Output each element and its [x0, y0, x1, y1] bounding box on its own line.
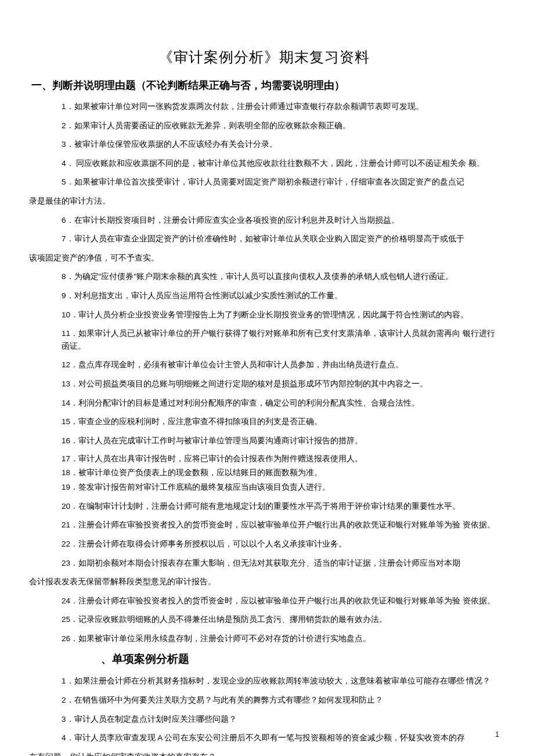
- q1-26: 26．如果被审计单位采用永续盘存制，注册会计师可不必对存货的计价进行实地盘点。: [62, 632, 499, 645]
- q1-16: 16．审计人员在完成审计工作时与被审计单位管理当局要沟通商讨审计报告的措辞。: [62, 435, 499, 447]
- q1-8: 8．为确定"应付债券"账户期末余额的真实性，审计人员可以直接向债权人及债券的承销…: [62, 270, 499, 283]
- section-1-heading: 一、判断并说明理由题（不论判断结果正确与否，均需要说明理由）: [31, 78, 499, 92]
- document-title: 《审计案例分析》期末复习资料: [29, 48, 499, 67]
- q1-6: 6．在审计长期投资项目时，注册会计师应查实企业各项投资的应计利息并及时计入当期损…: [62, 214, 499, 227]
- q1-19: 19．签发审计报告前对审计工作底稿的最终复核应当由该项目负责人进行。: [62, 481, 499, 494]
- q2-3: 3．审计人员在制定盘点计划时应关注哪些问题？: [62, 713, 499, 726]
- q1-13: 13．对公司损益类项目的总账与明细账之间进行定期的核对是损益形成环节内部控制的其…: [62, 378, 499, 390]
- q1-7b: 该项固定资产的净值，可不予查实。: [29, 252, 499, 265]
- q1-15: 15．审查企业的应税利润时，应注意审查不得扣除项目的列支是否正确。: [62, 415, 499, 428]
- q2-2: 2．在销售循环中为何要关注关联方交易？与此有关的舞弊方式有哪些？如何发现和防止？: [62, 694, 499, 707]
- q1-12: 12．盘点库存现金时，必须有被审计单位会计主管人员和审计人员参加，并由出纳员进行…: [62, 359, 499, 371]
- q1-17: 17．审计人员在出具审计报告时，应将已审计的会计报表作为附件赠送报表使用人。: [62, 453, 499, 465]
- q2-4b: 在有问题，你认为应如何审查实收资本的真实存在？: [29, 751, 499, 756]
- q1-7a: 7．审计人员在审查企业固定资产的计价准确性时，如被审计单位从关联企业购入固定资产…: [62, 233, 499, 245]
- q1-5b: 录是最佳的审计方法。: [29, 195, 499, 208]
- q1-20: 20．在编制审计计划时，注册会计师可能有意地规定计划的重要性水平高于将用于评价审…: [62, 500, 499, 513]
- page-number: 1: [495, 730, 499, 739]
- q1-4: 4． 同应收账款和应收票据不同的是，被审计单位其他应收款往往数额不大，因此，注册…: [62, 157, 499, 170]
- q1-23a: 23．如期初余额对本期会计报表存在重大影响，但无法对其获取充分、适当的审计证据，…: [62, 557, 499, 570]
- q1-10: 10．审计人员分析企业投资业务管理报告上为了判断企业长期投资业务的管理情况，因此…: [62, 309, 499, 321]
- q1-22: 22．注册会计师在取得会计师事务所授权以后，可以以个人名义承接审计业务。: [62, 538, 499, 551]
- q1-25: 25．记录应收账款明细账的人员不得兼任出纳是预防员工贪污、挪用销货款的最有效办法…: [62, 613, 499, 626]
- q1-9: 9．对利息指支出，审计人员应当运用符合性测试以减少实质性测试的工作量。: [62, 290, 499, 302]
- section-2-heading: 、单项案例分析题: [101, 652, 499, 667]
- q1-5a: 5．如果被审计单位首次接受审计，审计人员需要对固定资产期初余额进行审计，仔细审查…: [62, 176, 499, 189]
- q1-14: 14．利润分配审计的目标是通过对利润分配顺序的审查，确定公司的利润分配真实性、合…: [62, 397, 499, 410]
- q1-23b: 会计报表发表无保留带解释段类型意见的审计报告。: [29, 576, 499, 588]
- q2-4a: 4．审计人员李欣审查发现 A 公司在东安公司注册后不久即有一笔与投资额相等的资金…: [62, 732, 499, 744]
- q2-1: 1．如果注册会计师在分析其财务指标时，发现企业的应收账款周转率波动较大，这意味着…: [62, 675, 499, 688]
- q1-1: 1．如果被审计单位对同一张购货发票两次付款，注册会计师通过审查银行存款余额调节表…: [62, 100, 499, 113]
- q1-2: 2．如果审计人员需要函证的应收账款无差异，则表明全部的应收账款余额正确。: [62, 120, 499, 132]
- q1-18: 18．被审计单位资产负债表上的现金数额，应以结账日的账面数额为准。: [62, 467, 499, 479]
- q1-24: 24．注册会计师在审验投资者投入的货币资金时，应以被审验单位开户银行出具的收款凭…: [62, 595, 499, 607]
- q1-21: 21．注册会计师在审验投资者投入的货币资金时，应以被审验单位开户银行出具的收款凭…: [62, 519, 499, 531]
- q1-3: 3．被审计单位保管应收票据的人不应该经办有关会计分录。: [62, 138, 499, 151]
- q1-11: 11．如果审计人员已从被审计单位的开户银行获得了银行对账单和所有已支付支票清单，…: [62, 327, 499, 352]
